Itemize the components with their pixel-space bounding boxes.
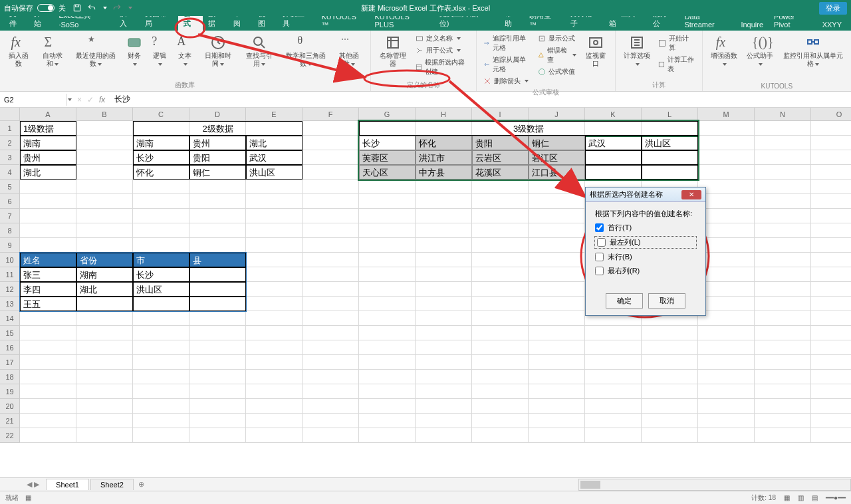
cell-F6[interactable] <box>303 194 359 209</box>
checkbox-top-row[interactable]: 首行(T) <box>595 223 696 233</box>
cell-O7[interactable] <box>811 209 851 223</box>
col-header-O[interactable]: O <box>811 108 851 121</box>
cell-F9[interactable] <box>303 238 359 253</box>
cell-C17[interactable] <box>133 355 189 370</box>
cell-L20[interactable] <box>642 399 698 414</box>
super-function-button[interactable]: fx增强函数 <box>708 33 740 69</box>
cell-D3[interactable]: 贵阳 <box>189 150 246 165</box>
tab-XXYY[interactable]: XXYY <box>817 19 847 31</box>
cell-J19[interactable] <box>529 384 585 399</box>
cell-N22[interactable] <box>755 428 811 443</box>
cell-C8[interactable] <box>133 223 189 238</box>
cell-H19[interactable] <box>416 384 472 399</box>
cell-F5[interactable] <box>303 180 359 194</box>
cell-G14[interactable] <box>359 311 416 326</box>
cell-A7[interactable] <box>20 209 76 223</box>
cell-C14[interactable] <box>133 311 189 326</box>
fx-icon[interactable]: fx <box>94 95 110 104</box>
cell-N17[interactable] <box>755 355 811 370</box>
view-pagebreak-icon[interactable]: ▤ <box>812 494 818 501</box>
cell-E13[interactable] <box>246 297 303 311</box>
cell-J15[interactable] <box>529 326 585 340</box>
cell-G22[interactable] <box>359 428 416 443</box>
cell-L22[interactable] <box>642 428 698 443</box>
row-header-15[interactable]: 15 <box>0 326 20 340</box>
cell-H7[interactable] <box>416 209 472 223</box>
cell-C19[interactable] <box>133 384 189 399</box>
cell-H8[interactable] <box>416 223 472 238</box>
cell-J14[interactable] <box>529 311 585 326</box>
finance-button[interactable]: 财务 <box>124 33 145 69</box>
remove-arrows-button[interactable]: 删除箭头 <box>482 76 533 86</box>
cell-G1[interactable]: 3级数据 <box>359 121 698 136</box>
cell-L19[interactable] <box>642 384 698 399</box>
col-header-C[interactable]: C <box>133 108 189 121</box>
cell-O5[interactable] <box>811 180 851 194</box>
cell-I22[interactable] <box>472 428 529 443</box>
cell-J20[interactable] <box>529 399 585 414</box>
row-header-9[interactable]: 9 <box>0 238 20 253</box>
col-header-L[interactable]: L <box>642 108 698 121</box>
cell-B1[interactable] <box>76 121 133 136</box>
math-button[interactable]: θ数学和三角函数 <box>282 33 330 69</box>
trace-dependents-button[interactable]: 追踪从属单元格 <box>482 55 533 74</box>
cell-O18[interactable] <box>811 370 851 384</box>
watch-cells-button[interactable]: 监控引用和从属单元格 <box>780 33 846 69</box>
cell-F2[interactable] <box>303 136 359 150</box>
cell-F4[interactable] <box>303 165 359 180</box>
cell-M20[interactable] <box>698 399 755 414</box>
cell-M18[interactable] <box>698 370 755 384</box>
cell-M3[interactable] <box>698 150 755 165</box>
cell-C6[interactable] <box>133 194 189 209</box>
cell-A5[interactable] <box>20 180 76 194</box>
cell-B5[interactable] <box>76 180 133 194</box>
cell-J22[interactable] <box>529 428 585 443</box>
cell-D22[interactable] <box>189 428 246 443</box>
cell-I4[interactable]: 花溪区 <box>472 165 529 180</box>
cell-O15[interactable] <box>811 326 851 340</box>
cell-F14[interactable] <box>303 311 359 326</box>
row-header-19[interactable]: 19 <box>0 384 20 399</box>
cell-F15[interactable] <box>303 326 359 340</box>
col-header-F[interactable]: F <box>303 108 359 121</box>
row-header-10[interactable]: 10 <box>0 253 20 267</box>
cell-E3[interactable]: 武汉 <box>246 150 303 165</box>
lookup-button[interactable]: 查找与引用 <box>241 33 278 69</box>
calculate-sheet-button[interactable]: 计算工作表 <box>657 55 696 74</box>
cell-C15[interactable] <box>133 326 189 340</box>
cell-E6[interactable] <box>246 194 303 209</box>
cell-I9[interactable] <box>472 238 529 253</box>
show-formulas-button[interactable]: 显示公式 <box>537 33 577 44</box>
cell-N7[interactable] <box>755 209 811 223</box>
cell-J17[interactable] <box>529 355 585 370</box>
cell-O9[interactable] <box>811 238 851 253</box>
cell-A3[interactable]: 贵州 <box>20 150 76 165</box>
select-all-corner[interactable] <box>0 108 20 121</box>
cell-O1[interactable] <box>811 121 851 136</box>
cell-D21[interactable] <box>189 414 246 428</box>
cell-O4[interactable] <box>811 165 851 180</box>
cell-F1[interactable] <box>303 121 359 136</box>
row-header-12[interactable]: 12 <box>0 282 20 297</box>
cell-E10[interactable] <box>246 253 303 267</box>
cell-G7[interactable] <box>359 209 416 223</box>
cell-L18[interactable] <box>642 370 698 384</box>
cell-I7[interactable] <box>472 209 529 223</box>
cell-A12[interactable]: 李四 <box>20 282 76 297</box>
cell-A2[interactable]: 湖南 <box>20 136 76 150</box>
cancel-button[interactable]: 取消 <box>648 293 685 309</box>
cell-O3[interactable] <box>811 150 851 165</box>
cell-N18[interactable] <box>755 370 811 384</box>
cell-K18[interactable] <box>585 370 642 384</box>
cell-G3[interactable]: 芙蓉区 <box>359 150 416 165</box>
cell-B21[interactable] <box>76 414 133 428</box>
cell-J13[interactable] <box>529 297 585 311</box>
recent-functions-button[interactable]: ★最近使用的函数 <box>72 33 120 69</box>
save-icon[interactable] <box>72 3 82 13</box>
cell-D12[interactable] <box>189 282 246 297</box>
cell-C3[interactable]: 长沙 <box>133 150 189 165</box>
autosum-button[interactable]: Σ自动求和 <box>37 33 68 69</box>
cell-N6[interactable] <box>755 194 811 209</box>
cell-O11[interactable] <box>811 267 851 282</box>
cell-D2[interactable]: 贵州 <box>189 136 246 150</box>
